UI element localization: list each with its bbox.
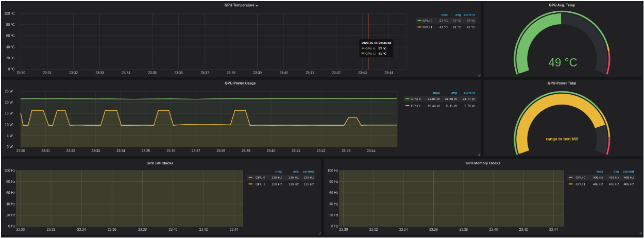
svg-text:23:34: 23:34 (122, 71, 130, 74)
svg-text:avg: avg (293, 169, 299, 174)
svg-text:0 W: 0 W (7, 145, 13, 149)
svg-text:23:36: 23:36 (166, 149, 175, 152)
svg-text:GPU 1: GPU 1 (255, 182, 265, 186)
svg-text:23:38: 23:38 (138, 228, 147, 231)
svg-text:57 °C: 57 °C (453, 19, 461, 22)
svg-text:100 Hz: 100 Hz (4, 168, 15, 172)
svg-text:23:33: 23:33 (91, 149, 100, 152)
svg-text:0 °C: 0 °C (8, 67, 14, 71)
svg-text:23:30: 23:30 (16, 71, 25, 74)
svg-text:23:44: 23:44 (230, 228, 239, 231)
svg-text:23:41: 23:41 (292, 149, 300, 152)
svg-text:23:34: 23:34 (116, 149, 125, 152)
svg-text:11.11 W: 11.11 W (445, 104, 457, 108)
svg-text:40 Hz: 40 Hz (6, 202, 15, 206)
svg-text:23:35: 23:35 (141, 149, 150, 152)
svg-text:23:38: 23:38 (227, 71, 235, 74)
svg-text:23:39: 23:39 (242, 149, 250, 152)
svg-text:max: max (441, 12, 448, 16)
svg-text:100 Hz: 100 Hz (327, 168, 338, 172)
svg-text:GPU 1:: GPU 1: (365, 52, 376, 55)
svg-text:139 Hz: 139 Hz (272, 176, 282, 179)
svg-text:25 W: 25 W (5, 90, 13, 93)
svg-text:139 Hz: 139 Hz (303, 176, 314, 179)
svg-text:60 Hz: 60 Hz (329, 191, 338, 195)
svg-text:23:44: 23:44 (549, 228, 558, 231)
svg-text:23:37: 23:37 (192, 149, 200, 152)
svg-text:20 Hz: 20 Hz (6, 213, 15, 217)
svg-text:GPU 0: GPU 0 (422, 19, 432, 22)
svg-text:41 °C: 41 °C (467, 25, 475, 28)
svg-text:23:31: 23:31 (43, 71, 52, 74)
svg-text:23:34: 23:34 (77, 228, 86, 231)
svg-text:GPU 0: GPU 0 (411, 97, 420, 100)
svg-text:GPU 0:: GPU 0: (365, 46, 376, 50)
svg-text:405 Hz: 405 Hz (608, 182, 619, 186)
svg-text:40 Hz: 40 Hz (329, 202, 338, 206)
svg-text:10 W: 10 W (5, 123, 13, 126)
svg-text:21.77 W: 21.77 W (463, 97, 475, 100)
svg-text:GPU 1: GPU 1 (411, 104, 420, 108)
svg-text:23:40: 23:40 (489, 228, 498, 231)
svg-text:2020-05-01 23:44:48: 2020-05-01 23:44:48 (361, 41, 391, 44)
svg-text:23:40: 23:40 (279, 71, 288, 74)
svg-text:GPU 1: GPU 1 (422, 25, 432, 28)
svg-text:23:38: 23:38 (216, 149, 225, 152)
svg-text:23:31: 23:31 (41, 149, 50, 152)
svg-text:405 Hz: 405 Hz (623, 182, 634, 186)
svg-text:57 °C: 57 °C (467, 19, 475, 22)
svg-text:current: current (464, 12, 476, 16)
svg-text:57 °C: 57 °C (439, 19, 448, 22)
svg-text:5 W: 5 W (7, 134, 13, 138)
svg-text:23:42: 23:42 (199, 228, 208, 231)
svg-text:GPU 0: GPU 0 (255, 176, 265, 179)
svg-text:23:42: 23:42 (317, 149, 326, 152)
svg-text:23:40: 23:40 (168, 228, 177, 231)
svg-text:GPU 1: GPU 1 (575, 182, 585, 186)
svg-text:23:32: 23:32 (369, 228, 378, 231)
svg-text:GPU Power Total: GPU Power Total (548, 81, 576, 85)
svg-text:139 Hz: 139 Hz (289, 176, 299, 179)
svg-text:current: current (622, 169, 634, 173)
svg-text:GPU Avg. Temp: GPU Avg. Temp (549, 3, 575, 7)
svg-text:40 °C: 40 °C (6, 45, 15, 48)
svg-text:range to text kW: range to text kW (546, 137, 578, 141)
svg-text:23:42: 23:42 (519, 228, 528, 231)
svg-text:avg: avg (455, 12, 461, 16)
svg-text:405 Hz: 405 Hz (608, 176, 619, 179)
svg-text:41 °C: 41 °C (378, 52, 386, 55)
svg-text:23:30: 23:30 (16, 149, 25, 152)
svg-text:405 Hz: 405 Hz (593, 176, 603, 179)
svg-text:405 Hz: 405 Hz (623, 176, 634, 179)
svg-text:23:32: 23:32 (66, 149, 75, 152)
svg-text:23:44: 23:44 (367, 149, 376, 152)
svg-text:avg: avg (451, 91, 457, 95)
svg-text:139 Hz: 139 Hz (289, 182, 299, 186)
svg-text:23:39: 23:39 (253, 71, 262, 74)
svg-text:GPU Power Usage: GPU Power Usage (225, 81, 256, 86)
svg-text:23:44: 23:44 (384, 71, 393, 74)
svg-text:GPU Memory Clocks: GPU Memory Clocks (466, 161, 501, 165)
svg-text:23:43: 23:43 (342, 149, 350, 152)
svg-text:60 °C: 60 °C (6, 33, 15, 37)
svg-text:0 Hz: 0 Hz (331, 225, 338, 228)
svg-text:23:35: 23:35 (148, 71, 157, 74)
svg-text:41 °C: 41 °C (439, 25, 448, 28)
svg-text:21.86 W: 21.86 W (428, 97, 440, 100)
svg-text:23:30: 23:30 (16, 228, 25, 231)
svg-text:23:36: 23:36 (429, 228, 438, 231)
svg-text:0 Hz: 0 Hz (8, 225, 15, 228)
svg-text:80 Hz: 80 Hz (6, 180, 15, 183)
svg-text:23:32: 23:32 (69, 71, 78, 74)
svg-text:23:42: 23:42 (332, 71, 341, 74)
svg-text:139 Hz: 139 Hz (272, 182, 282, 186)
svg-text:max: max (275, 169, 282, 173)
svg-text:current: current (302, 169, 314, 173)
svg-text:57 °C: 57 °C (378, 46, 386, 50)
svg-text:49 °C: 49 °C (548, 56, 577, 69)
svg-text:139 Hz: 139 Hz (303, 182, 314, 186)
svg-text:20 °C: 20 °C (6, 56, 15, 60)
svg-text:20 Hz: 20 Hz (329, 213, 338, 217)
svg-text:405 Hz: 405 Hz (593, 182, 603, 186)
svg-text:max: max (597, 169, 603, 173)
